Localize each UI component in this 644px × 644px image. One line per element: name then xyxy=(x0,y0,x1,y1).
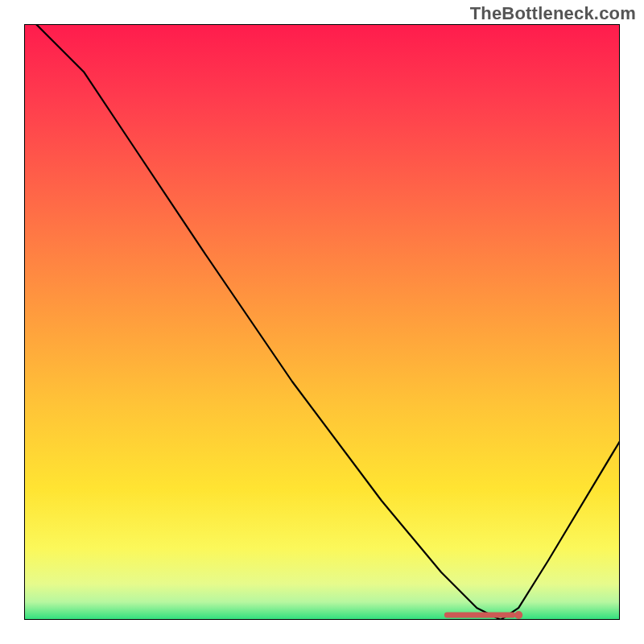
plot-area xyxy=(24,24,620,620)
plot-svg xyxy=(24,24,620,620)
watermark-label: TheBottleneck.com xyxy=(470,3,636,24)
gradient-background xyxy=(24,24,620,620)
chart-container: TheBottleneck.com xyxy=(0,0,644,644)
marker-dot-icon xyxy=(514,611,522,619)
